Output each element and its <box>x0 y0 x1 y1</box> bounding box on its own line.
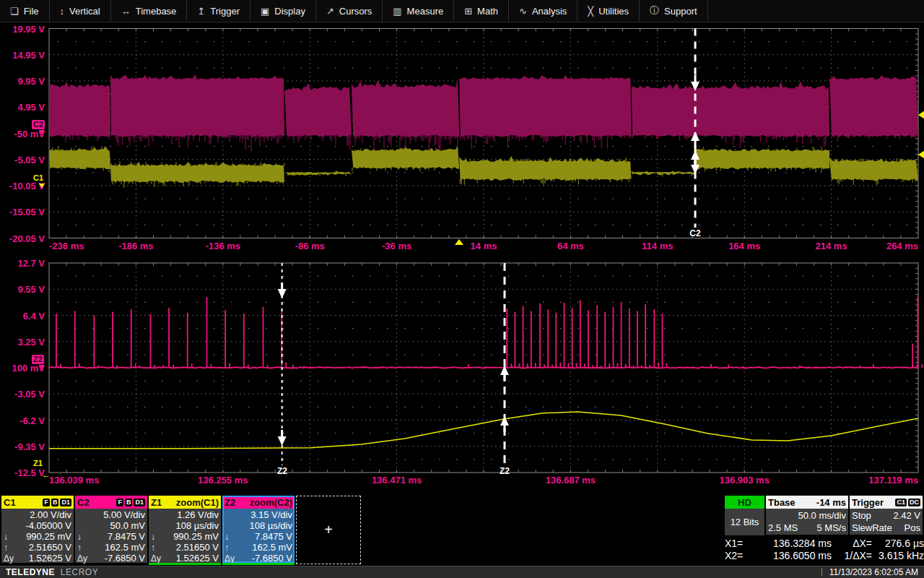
z1-min: 990.25 mV <box>173 531 219 542</box>
z2-min: 7.8475 V <box>255 531 292 542</box>
c2-max: 162.5 mV <box>105 542 145 553</box>
c1-badge-b: B <box>51 499 59 506</box>
zoom-box-z1[interactable]: Z1 zoom(C1) 1.26 V/div 108 µs/div ↓990.2… <box>149 496 221 563</box>
menu-file[interactable]: ❏File <box>0 0 50 22</box>
channel-box-c2[interactable]: C2 FBD1 5.00 V/div 50.0 mV ↓7.8475 V ↑16… <box>75 496 147 563</box>
zoom-cursor1-label[interactable]: Z2 <box>277 466 287 476</box>
zoom-box-z2[interactable]: Z2 zoom(C2) 3.15 V/div 108 µs/div ↓7.847… <box>222 496 295 563</box>
z2-dy: -7.6850 V <box>252 553 292 564</box>
c1-badge-f: F <box>43 499 50 506</box>
x-axis-label: 137.119 ms <box>868 475 918 486</box>
x-axis-label: -36 ms <box>382 241 411 251</box>
x2-label: X2= <box>725 550 752 562</box>
menu-display[interactable]: ▣Display <box>250 0 316 22</box>
y-axis-label: 4.95 V <box>0 102 45 113</box>
menu-math[interactable]: ⊞Math <box>454 0 509 22</box>
dx-value: 276.6 µs <box>872 538 924 550</box>
c1-header: C1 FBD1 <box>1 496 74 509</box>
brand-teledyne: TELEDYNE <box>6 567 55 577</box>
menu-analysis[interactable]: ∿Analysis <box>509 0 578 22</box>
c2-offset: 50.0 mV <box>110 520 145 531</box>
max-arrow-icon: ↑ <box>77 543 82 553</box>
timebase-sample-rate: 5 MS/s <box>817 522 846 533</box>
delta-y-icon: Δy <box>4 553 14 564</box>
inv-dx-label: 1/ΔX= <box>832 550 872 562</box>
menu-utilities[interactable]: ╳Utilities <box>578 0 640 22</box>
y-axis-label: -5.05 V <box>0 154 45 165</box>
y-axis-label: 9.95 V <box>0 76 45 87</box>
clock-divider <box>821 568 822 577</box>
dx-label: ΔX= <box>832 538 872 550</box>
x-axis-label: 214 ms <box>816 241 847 251</box>
c2-zero-arrow-icon <box>39 130 45 134</box>
min-arrow-icon: ↓ <box>151 532 155 542</box>
menu-cursors[interactable]: ↗Cursors <box>316 0 383 22</box>
timebase-box[interactable]: Tbase -14 ms 50.0 ms/div 2.5 MS5 MS/s <box>766 496 848 535</box>
chart-icon: ∿ <box>519 6 527 17</box>
display-icon: ▣ <box>261 6 269 17</box>
menu-timebase[interactable]: ↔Timebase <box>111 0 188 22</box>
timebase-header: Tbase -14 ms <box>766 496 848 509</box>
c2-min: 7.8475 V <box>108 531 145 542</box>
z2-zero-marker[interactable]: Z2 <box>32 355 44 364</box>
level-marker-icon[interactable] <box>918 150 924 159</box>
trigger-source-badge: C1 <box>895 499 907 506</box>
zoom-cursor2-label[interactable]: Z2 <box>500 466 510 476</box>
z1-subtitle: zoom(C1) <box>176 497 219 508</box>
trigger-box[interactable]: Trigger C1DC Stop2.42 V SlewRatePos <box>850 496 923 535</box>
z1-max: 2.51650 V <box>176 542 219 553</box>
measure-icon: ▥ <box>393 6 401 17</box>
menu-vertical[interactable]: ↕Vertical <box>50 0 111 22</box>
y-axis-label: 12.7 V <box>0 258 45 269</box>
z2-header: Z2 zoom(C2) <box>222 496 295 509</box>
menu-support-label: Support <box>664 6 697 17</box>
c1-min: 990.25 mV <box>26 531 71 542</box>
min-arrow-icon: ↓ <box>4 532 8 542</box>
menu-vertical-label: Vertical <box>69 6 100 17</box>
menu-timebase-label: Timebase <box>136 6 177 17</box>
x-axis-label: 264 ms <box>886 241 918 251</box>
c2-zero-marker[interactable]: C2 <box>32 120 45 129</box>
file-icon: ❏ <box>10 6 19 17</box>
tools-icon: ╳ <box>588 6 593 17</box>
menu-support[interactable]: ⓘSupport <box>640 0 708 22</box>
trigger-level-marker-icon[interactable] <box>918 111 924 119</box>
max-arrow-icon: ↑ <box>4 543 8 553</box>
info-icon: ⓘ <box>650 4 659 17</box>
y-axis-label: -3.05 V <box>0 389 45 400</box>
z1-title: Z1 <box>151 497 162 508</box>
trigger-position-marker-icon[interactable] <box>455 239 463 245</box>
menu-bar: ❏File ↕Vertical ↔Timebase ↥Trigger ▣Disp… <box>0 0 924 22</box>
clock: 11/13/2023 6:02:05 AM <box>821 567 918 577</box>
z1-tdiv: 108 µs/div <box>175 520 219 531</box>
main-cursor-label[interactable]: C2 <box>689 228 700 238</box>
menu-trigger[interactable]: ↥Trigger <box>187 0 250 22</box>
menu-trigger-label: Trigger <box>210 6 240 17</box>
c2-vdiv: 5.00 V/div <box>103 509 145 520</box>
c1-title: C1 <box>4 497 16 508</box>
menu-measure[interactable]: ▥Measure <box>383 0 454 22</box>
x1-value: 136.3284 ms <box>752 538 832 550</box>
vertical-arrows-icon: ↕ <box>60 6 65 17</box>
main-grid[interactable] <box>49 28 918 238</box>
trigger-mode: Stop <box>852 510 871 521</box>
channel-box-c1[interactable]: C1 FBD1 2.00 V/div -4.05000 V ↓990.25 mV… <box>1 496 74 563</box>
y-axis-label: -15.05 V <box>0 207 45 217</box>
c1-zero-marker[interactable]: C1 <box>32 173 45 183</box>
menu-utilities-label: Utilities <box>598 6 629 17</box>
menu-display-label: Display <box>274 6 305 17</box>
hd-box[interactable]: HD 12 Bits <box>725 496 764 535</box>
hd-bits: 12 Bits <box>731 517 759 527</box>
x-axis-label: 136.255 ms <box>198 475 248 486</box>
c2-header: C2 FBD1 <box>75 496 147 509</box>
timebase-label: Tbase <box>768 497 796 508</box>
c1-dy: 1.52625 V <box>29 553 71 564</box>
trigger-header: Trigger C1DC <box>850 496 923 509</box>
z1-zero-marker[interactable]: Z1 <box>32 459 44 468</box>
y-axis-label: 3.25 V <box>0 336 45 347</box>
timebase-offset: -14 ms <box>816 497 846 508</box>
z2-zero-arrow-icon <box>39 365 45 369</box>
add-trace-box[interactable]: + <box>296 496 361 564</box>
zoom-grid[interactable] <box>49 263 918 473</box>
x-axis-label: 136.687 ms <box>546 475 596 486</box>
